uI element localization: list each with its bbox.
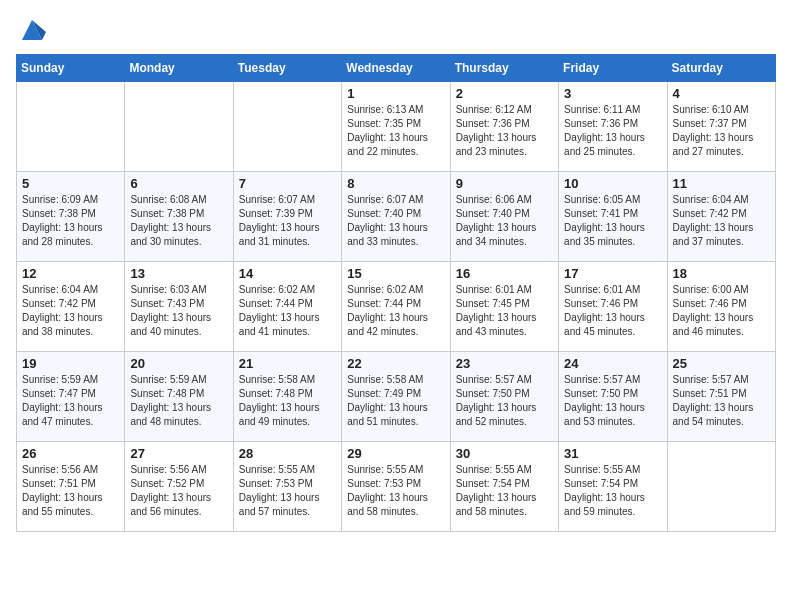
calendar-cell: 22Sunrise: 5:58 AMSunset: 7:49 PMDayligh… <box>342 352 450 442</box>
calendar-cell: 10Sunrise: 6:05 AMSunset: 7:41 PMDayligh… <box>559 172 667 262</box>
cell-info: Sunrise: 5:57 AMSunset: 7:50 PMDaylight:… <box>456 373 553 429</box>
col-header-monday: Monday <box>125 55 233 82</box>
cell-info: Sunrise: 6:01 AMSunset: 7:46 PMDaylight:… <box>564 283 661 339</box>
cell-info: Sunrise: 6:07 AMSunset: 7:39 PMDaylight:… <box>239 193 336 249</box>
cell-info: Sunrise: 6:09 AMSunset: 7:38 PMDaylight:… <box>22 193 119 249</box>
calendar-cell: 31Sunrise: 5:55 AMSunset: 7:54 PMDayligh… <box>559 442 667 532</box>
calendar-cell: 25Sunrise: 5:57 AMSunset: 7:51 PMDayligh… <box>667 352 775 442</box>
day-number: 14 <box>239 266 336 281</box>
calendar-cell: 5Sunrise: 6:09 AMSunset: 7:38 PMDaylight… <box>17 172 125 262</box>
calendar-cell: 19Sunrise: 5:59 AMSunset: 7:47 PMDayligh… <box>17 352 125 442</box>
calendar-cell <box>233 82 341 172</box>
logo-icon <box>18 16 46 44</box>
calendar-cell: 29Sunrise: 5:55 AMSunset: 7:53 PMDayligh… <box>342 442 450 532</box>
calendar-cell: 27Sunrise: 5:56 AMSunset: 7:52 PMDayligh… <box>125 442 233 532</box>
day-number: 18 <box>673 266 770 281</box>
calendar-week-row: 5Sunrise: 6:09 AMSunset: 7:38 PMDaylight… <box>17 172 776 262</box>
cell-info: Sunrise: 5:59 AMSunset: 7:47 PMDaylight:… <box>22 373 119 429</box>
day-number: 11 <box>673 176 770 191</box>
day-number: 2 <box>456 86 553 101</box>
day-number: 24 <box>564 356 661 371</box>
cell-info: Sunrise: 6:08 AMSunset: 7:38 PMDaylight:… <box>130 193 227 249</box>
day-number: 6 <box>130 176 227 191</box>
cell-info: Sunrise: 6:04 AMSunset: 7:42 PMDaylight:… <box>673 193 770 249</box>
calendar-cell: 7Sunrise: 6:07 AMSunset: 7:39 PMDaylight… <box>233 172 341 262</box>
day-number: 12 <box>22 266 119 281</box>
day-number: 15 <box>347 266 444 281</box>
day-number: 29 <box>347 446 444 461</box>
day-number: 23 <box>456 356 553 371</box>
calendar-table: SundayMondayTuesdayWednesdayThursdayFrid… <box>16 54 776 532</box>
calendar-week-row: 19Sunrise: 5:59 AMSunset: 7:47 PMDayligh… <box>17 352 776 442</box>
col-header-saturday: Saturday <box>667 55 775 82</box>
day-number: 21 <box>239 356 336 371</box>
day-number: 26 <box>22 446 119 461</box>
calendar-cell: 17Sunrise: 6:01 AMSunset: 7:46 PMDayligh… <box>559 262 667 352</box>
cell-info: Sunrise: 6:02 AMSunset: 7:44 PMDaylight:… <box>347 283 444 339</box>
calendar-cell: 4Sunrise: 6:10 AMSunset: 7:37 PMDaylight… <box>667 82 775 172</box>
day-number: 8 <box>347 176 444 191</box>
calendar-cell <box>125 82 233 172</box>
cell-info: Sunrise: 6:07 AMSunset: 7:40 PMDaylight:… <box>347 193 444 249</box>
calendar-cell: 23Sunrise: 5:57 AMSunset: 7:50 PMDayligh… <box>450 352 558 442</box>
calendar-header-row: SundayMondayTuesdayWednesdayThursdayFrid… <box>17 55 776 82</box>
col-header-tuesday: Tuesday <box>233 55 341 82</box>
cell-info: Sunrise: 6:13 AMSunset: 7:35 PMDaylight:… <box>347 103 444 159</box>
day-number: 4 <box>673 86 770 101</box>
day-number: 9 <box>456 176 553 191</box>
cell-info: Sunrise: 5:56 AMSunset: 7:52 PMDaylight:… <box>130 463 227 519</box>
cell-info: Sunrise: 6:12 AMSunset: 7:36 PMDaylight:… <box>456 103 553 159</box>
day-number: 13 <box>130 266 227 281</box>
col-header-sunday: Sunday <box>17 55 125 82</box>
cell-info: Sunrise: 6:11 AMSunset: 7:36 PMDaylight:… <box>564 103 661 159</box>
calendar-cell: 28Sunrise: 5:55 AMSunset: 7:53 PMDayligh… <box>233 442 341 532</box>
calendar-cell: 6Sunrise: 6:08 AMSunset: 7:38 PMDaylight… <box>125 172 233 262</box>
calendar-cell: 18Sunrise: 6:00 AMSunset: 7:46 PMDayligh… <box>667 262 775 352</box>
cell-info: Sunrise: 5:55 AMSunset: 7:53 PMDaylight:… <box>239 463 336 519</box>
calendar-cell: 16Sunrise: 6:01 AMSunset: 7:45 PMDayligh… <box>450 262 558 352</box>
day-number: 25 <box>673 356 770 371</box>
calendar-cell: 8Sunrise: 6:07 AMSunset: 7:40 PMDaylight… <box>342 172 450 262</box>
calendar-cell: 1Sunrise: 6:13 AMSunset: 7:35 PMDaylight… <box>342 82 450 172</box>
cell-info: Sunrise: 6:10 AMSunset: 7:37 PMDaylight:… <box>673 103 770 159</box>
cell-info: Sunrise: 5:55 AMSunset: 7:53 PMDaylight:… <box>347 463 444 519</box>
logo <box>16 16 46 44</box>
cell-info: Sunrise: 5:59 AMSunset: 7:48 PMDaylight:… <box>130 373 227 429</box>
col-header-wednesday: Wednesday <box>342 55 450 82</box>
calendar-cell <box>667 442 775 532</box>
day-number: 17 <box>564 266 661 281</box>
cell-info: Sunrise: 5:55 AMSunset: 7:54 PMDaylight:… <box>456 463 553 519</box>
day-number: 27 <box>130 446 227 461</box>
day-number: 10 <box>564 176 661 191</box>
calendar-cell: 2Sunrise: 6:12 AMSunset: 7:36 PMDaylight… <box>450 82 558 172</box>
day-number: 31 <box>564 446 661 461</box>
cell-info: Sunrise: 6:00 AMSunset: 7:46 PMDaylight:… <box>673 283 770 339</box>
calendar-cell: 20Sunrise: 5:59 AMSunset: 7:48 PMDayligh… <box>125 352 233 442</box>
calendar-cell: 3Sunrise: 6:11 AMSunset: 7:36 PMDaylight… <box>559 82 667 172</box>
day-number: 5 <box>22 176 119 191</box>
calendar-cell: 11Sunrise: 6:04 AMSunset: 7:42 PMDayligh… <box>667 172 775 262</box>
cell-info: Sunrise: 6:03 AMSunset: 7:43 PMDaylight:… <box>130 283 227 339</box>
calendar-week-row: 26Sunrise: 5:56 AMSunset: 7:51 PMDayligh… <box>17 442 776 532</box>
cell-info: Sunrise: 6:05 AMSunset: 7:41 PMDaylight:… <box>564 193 661 249</box>
calendar-week-row: 1Sunrise: 6:13 AMSunset: 7:35 PMDaylight… <box>17 82 776 172</box>
day-number: 7 <box>239 176 336 191</box>
cell-info: Sunrise: 6:02 AMSunset: 7:44 PMDaylight:… <box>239 283 336 339</box>
calendar-cell: 24Sunrise: 5:57 AMSunset: 7:50 PMDayligh… <box>559 352 667 442</box>
day-number: 3 <box>564 86 661 101</box>
day-number: 20 <box>130 356 227 371</box>
day-number: 22 <box>347 356 444 371</box>
col-header-friday: Friday <box>559 55 667 82</box>
day-number: 30 <box>456 446 553 461</box>
col-header-thursday: Thursday <box>450 55 558 82</box>
day-number: 1 <box>347 86 444 101</box>
calendar-cell: 12Sunrise: 6:04 AMSunset: 7:42 PMDayligh… <box>17 262 125 352</box>
day-number: 16 <box>456 266 553 281</box>
calendar-cell: 9Sunrise: 6:06 AMSunset: 7:40 PMDaylight… <box>450 172 558 262</box>
cell-info: Sunrise: 5:57 AMSunset: 7:51 PMDaylight:… <box>673 373 770 429</box>
cell-info: Sunrise: 5:58 AMSunset: 7:48 PMDaylight:… <box>239 373 336 429</box>
calendar-week-row: 12Sunrise: 6:04 AMSunset: 7:42 PMDayligh… <box>17 262 776 352</box>
calendar-cell: 15Sunrise: 6:02 AMSunset: 7:44 PMDayligh… <box>342 262 450 352</box>
cell-info: Sunrise: 5:58 AMSunset: 7:49 PMDaylight:… <box>347 373 444 429</box>
cell-info: Sunrise: 5:56 AMSunset: 7:51 PMDaylight:… <box>22 463 119 519</box>
